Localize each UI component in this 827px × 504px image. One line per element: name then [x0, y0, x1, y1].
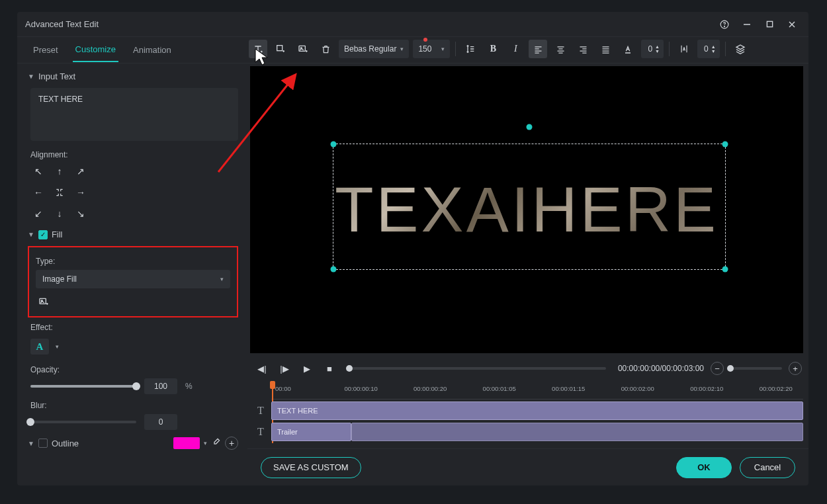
- line-spacing-button[interactable]: [461, 40, 480, 58]
- playback-bar: ◀| |▶ ▶ ■ 00:00:00:00/00:00:03:00 − +: [247, 357, 808, 380]
- italic-button[interactable]: I: [506, 40, 525, 58]
- effect-label: Effect:: [30, 323, 238, 332]
- add-shape-button[interactable]: [271, 40, 290, 58]
- effect-preview-icon: A: [30, 339, 49, 355]
- align-br[interactable]: ↘: [73, 206, 89, 222]
- add-image-button[interactable]: [294, 40, 312, 58]
- timeline-clip[interactable]: Trailer: [271, 423, 351, 441]
- align-mr[interactable]: →: [73, 185, 89, 200]
- separator: [725, 42, 726, 56]
- close-button[interactable]: [781, 15, 803, 34]
- timeline-ruler[interactable]: 00:00 00:00:00:10 00:00:00:20 00:00:01:0…: [271, 381, 803, 399]
- next-frame-button[interactable]: |▶: [277, 360, 292, 376]
- zoom-in-button[interactable]: +: [789, 362, 802, 375]
- rotation-spinner[interactable]: 0 ▲▼: [697, 40, 720, 58]
- ruler-tick: 00:00:01:15: [552, 385, 585, 392]
- tab-preset[interactable]: Preset: [30, 38, 61, 62]
- font-dropdown[interactable]: Bebas Regular ▾: [339, 40, 409, 58]
- fill-checkbox[interactable]: ✓: [38, 230, 48, 239]
- layer-button[interactable]: [731, 40, 750, 58]
- prev-frame-button[interactable]: ◀|: [254, 360, 270, 376]
- ruler-tick: 00:00: [275, 385, 291, 392]
- fill-label: Fill: [52, 230, 63, 239]
- cancel-button[interactable]: Cancel: [740, 457, 795, 478]
- zoom-slider[interactable]: [730, 367, 782, 370]
- chevron-down-icon: ▾: [56, 343, 59, 350]
- text-orientation-button[interactable]: [675, 40, 693, 58]
- eyedropper-icon[interactable]: [211, 437, 221, 449]
- font-name: Bebas Regular: [344, 44, 396, 54]
- tab-customize[interactable]: Customize: [73, 38, 118, 62]
- align-tc[interactable]: ↑: [52, 163, 67, 179]
- align-tl[interactable]: ↖: [30, 163, 46, 179]
- help-icon[interactable]: [713, 15, 736, 34]
- ruler-tick: 00:00:01:05: [483, 385, 516, 392]
- blur-label: Blur:: [30, 401, 238, 410]
- align-tr[interactable]: ↗: [73, 163, 89, 179]
- caret-down-icon: ▼: [28, 440, 34, 447]
- bold-button[interactable]: B: [484, 40, 502, 58]
- opacity-slider-row: 100 %: [30, 378, 238, 394]
- align-center-button[interactable]: [551, 40, 570, 58]
- letter-spacing-spinner[interactable]: 0 ▲▼: [641, 40, 664, 58]
- alignment-label: Alignment:: [30, 150, 238, 159]
- fill-type-dropdown[interactable]: Image Fill ▾: [36, 270, 230, 288]
- choose-fill-image-button[interactable]: [36, 294, 52, 310]
- play-button[interactable]: ▶: [299, 360, 315, 376]
- timeline-clip[interactable]: TEXT HERE: [271, 401, 803, 420]
- input-text-value: TEXT HERE: [38, 95, 83, 104]
- caret-down-icon: ▼: [28, 73, 34, 80]
- effect-dropdown[interactable]: A ▾: [30, 339, 59, 355]
- content-area: ▼ Input Text TEXT HERE Alignment: ↖ ↑ ↗ …: [17, 63, 808, 485]
- align-left-button[interactable]: [529, 40, 547, 58]
- tab-animation[interactable]: Animation: [130, 38, 174, 62]
- outline-checkbox[interactable]: [38, 439, 48, 448]
- ruler-tick: 00:00:00:20: [414, 385, 447, 392]
- chevron-down-icon: ▾: [441, 46, 445, 52]
- chevron-down-icon: ▾: [220, 276, 224, 282]
- opacity-slider[interactable]: [30, 385, 136, 388]
- outline-label: Outline: [52, 439, 79, 448]
- ok-button[interactable]: OK: [676, 457, 732, 478]
- chevron-down-icon: ▾: [400, 46, 404, 52]
- align-mc[interactable]: [52, 185, 67, 200]
- fill-type-highlight: Type: Image Fill ▾: [28, 246, 238, 317]
- zoom-out-button[interactable]: −: [711, 362, 724, 375]
- blur-slider[interactable]: [30, 421, 136, 423]
- text-case-button[interactable]: [619, 40, 637, 58]
- maximize-button[interactable]: [758, 15, 781, 34]
- save-as-custom-button[interactable]: SAVE AS CUSTOM: [261, 457, 361, 478]
- footer: SAVE AS CUSTOM OK Cancel: [247, 448, 808, 485]
- fill-header[interactable]: ▼ ✓ Fill: [28, 230, 238, 239]
- timecode: 00:00:00:00/00:00:03:00: [618, 364, 704, 373]
- blur-value[interactable]: 0: [144, 414, 177, 430]
- right-pane: TEXAIHERE ◀| |▶ ▶ ■ 00:00:00:00/00:00:03…: [247, 63, 808, 485]
- align-ml[interactable]: ←: [30, 185, 46, 200]
- align-justify-button[interactable]: [596, 40, 615, 58]
- align-right-button[interactable]: [574, 40, 592, 58]
- fill-type-value: Image Fill: [42, 274, 77, 284]
- minimize-button[interactable]: [736, 15, 758, 34]
- timeline-clip[interactable]: [351, 423, 803, 441]
- timeline-track: T Trailer: [250, 422, 803, 442]
- input-text-header[interactable]: ▼ Input Text: [28, 71, 238, 81]
- add-text-button[interactable]: [249, 40, 267, 58]
- stop-button[interactable]: ■: [322, 360, 337, 376]
- ruler-tick: 00:00:02:00: [621, 385, 654, 392]
- playback-slider[interactable]: [349, 367, 606, 370]
- add-outline-button[interactable]: +: [225, 437, 238, 450]
- opacity-value[interactable]: 100: [144, 378, 177, 394]
- input-text-field[interactable]: TEXT HERE: [30, 88, 238, 141]
- align-bl[interactable]: ↙: [30, 206, 46, 222]
- font-size-dropdown[interactable]: 150 ▾: [413, 40, 450, 58]
- separator: [669, 42, 670, 56]
- up-icon: ▲: [711, 44, 716, 49]
- opacity-unit: %: [185, 382, 193, 391]
- chevron-down-icon[interactable]: ▾: [204, 440, 207, 446]
- align-bc[interactable]: ↓: [52, 206, 67, 222]
- svg-rect-6: [277, 46, 283, 51]
- delete-button[interactable]: [316, 40, 335, 58]
- preview-canvas[interactable]: TEXAIHERE: [250, 66, 803, 353]
- outline-color-swatch[interactable]: [173, 437, 200, 449]
- outline-header[interactable]: ▼ Outline ▾ +: [28, 437, 238, 450]
